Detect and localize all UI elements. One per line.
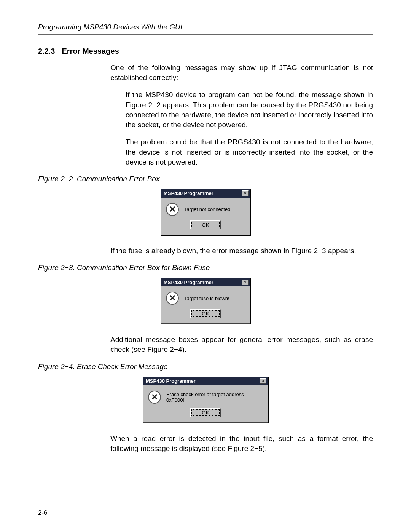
error-icon: ✕ — [166, 203, 179, 216]
figure-2-4-caption: Figure 2−4. Erase Check Error Message — [38, 363, 373, 371]
close-icon[interactable]: × — [242, 280, 249, 285]
close-icon[interactable]: × — [242, 190, 249, 196]
error-icon: ✕ — [166, 292, 179, 305]
dialog-titlebar: MSP430 Programmer × — [161, 189, 250, 198]
dialog-message: Target fuse is blown! — [184, 296, 229, 301]
figure-2-2-caption: Figure 2−2. Communication Error Box — [38, 175, 373, 183]
ok-button[interactable]: OK — [190, 309, 221, 318]
paragraph-5: When a read error is detected in the inp… — [110, 434, 373, 454]
dialog-title: MSP430 Programmer — [164, 190, 213, 196]
dialog-target-not-connected: MSP430 Programmer × ✕ Target not connect… — [161, 189, 250, 235]
dialog-fuse-blown: MSP430 Programmer × ✕ Target fuse is blo… — [161, 277, 250, 324]
paragraph-3: If the fuse is already blown, the error … — [110, 246, 373, 256]
dialog-erase-check: MSP430 Programmer × ✕ Erase check error … — [143, 376, 268, 423]
figure-2-3-caption: Figure 2−3. Communication Error Box for … — [38, 264, 373, 272]
section-heading: 2.2.3Error Messages — [38, 47, 373, 56]
running-header: Programming MSP430 Devices With the GUI — [38, 23, 373, 35]
page-number: 2-6 — [38, 509, 48, 517]
dialog-title: MSP430 Programmer — [164, 280, 213, 285]
error-icon: ✕ — [148, 391, 161, 404]
paragraph-intro: One of the following messages may show u… — [110, 63, 373, 83]
ok-button[interactable]: OK — [190, 220, 221, 229]
dialog-message: Erase check error at target address 0xF0… — [166, 391, 263, 403]
ok-button[interactable]: OK — [190, 408, 221, 417]
close-icon[interactable]: × — [260, 378, 266, 384]
dialog-message: Target not connected! — [184, 206, 232, 212]
dialog-title: MSP430 Programmer — [146, 378, 196, 384]
paragraph-2: The problem could be that the PRGS430 is… — [126, 137, 373, 167]
paragraph-1: If the MSP430 device to program can not … — [126, 90, 373, 130]
paragraph-4: Additional message boxes appear for gene… — [110, 335, 373, 355]
dialog-titlebar: MSP430 Programmer × — [143, 377, 268, 385]
dialog-titlebar: MSP430 Programmer × — [161, 278, 250, 286]
section-title: Error Messages — [62, 47, 119, 55]
section-number: 2.2.3 — [38, 47, 55, 55]
